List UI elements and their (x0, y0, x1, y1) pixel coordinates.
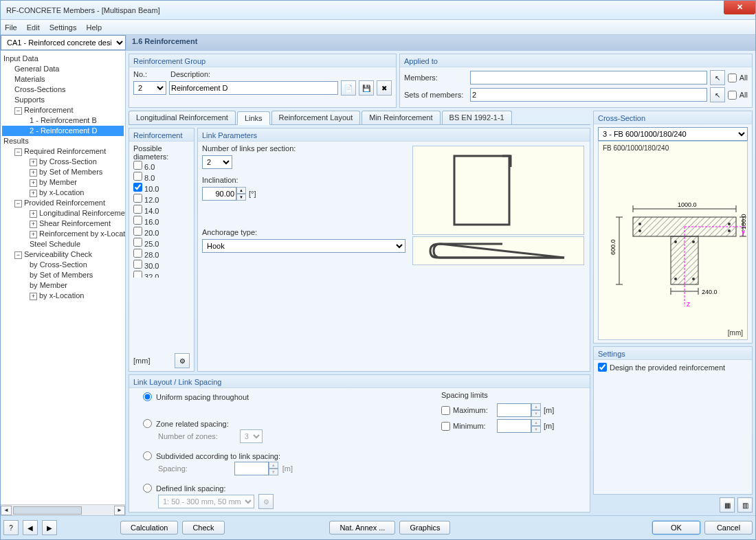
diameter-list[interactable]: 6.0 8.0 10.0 12.0 14.0 16.0 20.0 25.0 28… (133, 161, 190, 278)
anchorage-select[interactable]: Hook (202, 239, 405, 253)
expander-icon[interactable]: + (30, 159, 37, 166)
diameter-option[interactable]: 16.0 (133, 216, 190, 227)
tab-min[interactable]: Min Reinforcement (362, 111, 440, 124)
radio-subdivided[interactable] (143, 451, 152, 460)
tree-item[interactable]: +by x-Location (2, 291, 124, 301)
tree-item[interactable]: +by Member (2, 177, 124, 188)
radio-defined[interactable] (143, 484, 152, 493)
max-checkbox[interactable] (441, 406, 450, 415)
prev-button[interactable]: ◀ (23, 520, 38, 535)
expander-icon[interactable]: − (14, 107, 22, 115)
graphics-button[interactable]: Graphics (399, 521, 450, 535)
tab-layout[interactable]: Reinforcement Layout (271, 111, 361, 124)
expander-icon[interactable]: + (30, 231, 37, 238)
tree-item[interactable]: Materials (2, 74, 124, 85)
tree-reinforcement[interactable]: −Reinforcement (2, 105, 124, 115)
tree-input-data[interactable]: Input Data (2, 54, 124, 64)
tree-item[interactable]: +by x-Location (2, 188, 124, 198)
diameter-option[interactable]: 14.0 (133, 205, 190, 216)
all-members-checkbox[interactable]: All (728, 74, 748, 82)
diameter-option[interactable]: 25.0 (133, 238, 190, 249)
diameter-option[interactable]: 20.0 (133, 227, 190, 238)
copy-button[interactable]: 💾 (359, 80, 374, 95)
tree-item[interactable]: +Reinforcement by x-Location (2, 229, 124, 239)
expander-icon[interactable]: + (30, 190, 37, 197)
pick-members-button[interactable]: ↖ (710, 70, 725, 85)
min-checkbox[interactable] (441, 422, 450, 431)
check-button[interactable]: Check (182, 521, 224, 535)
help-button[interactable]: ? (3, 520, 19, 535)
pick-sets-button[interactable]: ↖ (710, 87, 725, 102)
navigator-tree[interactable]: Input Data General Data Materials Cross-… (1, 51, 126, 515)
close-button[interactable]: ✕ (724, 1, 755, 14)
expander-icon[interactable]: + (30, 169, 37, 177)
scroll-thumb[interactable] (13, 506, 82, 515)
tree-results[interactable]: Results (2, 136, 124, 146)
tree-item[interactable]: Cross-Sections (2, 85, 124, 95)
edit-diameters-button[interactable]: ⚙ (175, 353, 190, 368)
diameter-option[interactable]: 6.0 (133, 161, 190, 172)
num-links-select[interactable]: 2 (202, 155, 232, 169)
new-button[interactable]: 📄 (341, 80, 356, 95)
menu-edit[interactable]: Edit (27, 23, 40, 32)
tab-longitudinal[interactable]: Longitudinal Reinforcement (129, 111, 236, 124)
ok-button[interactable]: OK (652, 521, 700, 535)
tree-item[interactable]: General Data (2, 64, 124, 74)
tree-provided[interactable]: −Provided Reinforcement (2, 198, 124, 208)
expander-icon[interactable]: + (30, 293, 37, 300)
tree-item[interactable]: +Shear Reinforcement (2, 218, 124, 229)
radio-uniform[interactable] (143, 392, 152, 401)
next-button[interactable]: ▶ (42, 520, 57, 535)
spin-up-icon[interactable]: ▲ (236, 187, 246, 194)
tree-item[interactable]: by Cross-Section (2, 260, 124, 270)
menu-help[interactable]: Help (86, 23, 102, 32)
tab-standard[interactable]: BS EN 1992-1-1 (442, 111, 512, 124)
tree-item[interactable]: Supports (2, 95, 124, 105)
expander-icon[interactable]: + (30, 221, 37, 228)
diameter-option[interactable]: 8.0 (133, 172, 190, 183)
menu-settings[interactable]: Settings (49, 23, 77, 32)
tree-item[interactable]: +by Cross-Section (2, 157, 124, 167)
tree-hscroll[interactable]: ◄ ► (1, 504, 125, 515)
diameter-option[interactable]: 28.0 (133, 249, 190, 260)
expander-icon[interactable]: + (30, 210, 37, 218)
radio-zone[interactable] (143, 419, 152, 428)
tree-item[interactable]: +Longitudinal Reinforcement (2, 208, 124, 218)
expander-icon[interactable]: − (14, 148, 22, 156)
tree-item[interactable]: +by Set of Members (2, 167, 124, 177)
menu-file[interactable]: File (5, 23, 17, 32)
details-button[interactable]: ▦ (720, 497, 735, 513)
expander-icon[interactable]: + (30, 179, 37, 187)
delete-button[interactable]: ✖ (377, 80, 392, 95)
expander-icon[interactable]: − (14, 251, 22, 259)
sets-input[interactable] (470, 88, 707, 102)
nat-annex-button[interactable]: Nat. Annex ... (329, 521, 395, 535)
tree-required[interactable]: −Required Reinforcement (2, 146, 124, 157)
info-button[interactable]: ▥ (737, 497, 753, 513)
cancel-button[interactable]: Cancel (704, 521, 753, 535)
spin-down-icon[interactable]: ▼ (236, 194, 246, 201)
diameter-option[interactable]: 32.0 (133, 271, 190, 278)
inclination-spinner[interactable]: ▲▼ (202, 187, 246, 201)
all-sets-checkbox[interactable]: All (728, 91, 748, 100)
description-input[interactable] (169, 81, 338, 95)
tab-links[interactable]: Links (237, 111, 270, 125)
scroll-right-icon[interactable]: ► (114, 506, 125, 515)
diameter-option[interactable]: 10.0 (133, 183, 190, 194)
scroll-left-icon[interactable]: ◄ (1, 506, 12, 515)
diameter-option[interactable]: 30.0 (133, 260, 190, 271)
case-select[interactable]: CA1 - Reinforced concrete desig (1, 35, 126, 50)
tree-item[interactable]: by Member (2, 280, 124, 291)
tree-item[interactable]: by Set of Members (2, 270, 124, 280)
tree-serviceability[interactable]: −Serviceability Check (2, 249, 124, 260)
no-select[interactable]: 2 (133, 81, 166, 95)
design-provided-checkbox[interactable]: Design the provided reinforcement (598, 363, 748, 372)
tree-item-active[interactable]: 2 - Reinforcement D (2, 126, 124, 136)
diameter-option[interactable]: 12.0 (133, 194, 190, 205)
expander-icon[interactable]: − (14, 200, 22, 207)
cross-section-select[interactable]: 3 - FB 600/1000/180/240 (598, 127, 748, 141)
calculation-button[interactable]: Calculation (120, 521, 178, 535)
members-input[interactable] (470, 71, 707, 85)
tree-item[interactable]: Steel Schedule (2, 239, 124, 249)
tree-item[interactable]: 1 - Reinforcement B (2, 115, 124, 126)
